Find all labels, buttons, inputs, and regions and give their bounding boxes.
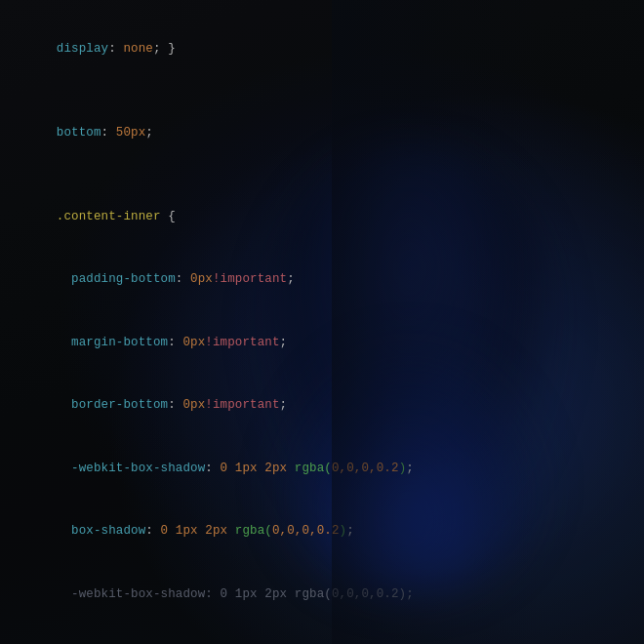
code-line-9: -webkit-box-shadow: 0 1px 2px rgba(0,0,0… (0, 437, 644, 501)
code-line-3: bottom: 50px; (0, 101, 644, 165)
code-line-11: -webkit-box-shadow: 0 1px 2px rgba(0,0,0… (0, 563, 644, 626)
code-line-blank-2 (0, 165, 644, 186)
code-line-1: display: none; } (0, 18, 644, 81)
code-line-6: padding-bottom: 0px!important; (0, 249, 644, 312)
code-line-5: .content-inner { (0, 185, 644, 249)
code-line-7: margin-bottom: 0px!important; (0, 311, 644, 375)
code-line-12: box-shadow: 0 1px 2px rgba(0,0,0,0.2); (0, 626, 644, 645)
screen: display: none; } bottom: 50px; .content-… (0, 0, 644, 644)
code-line-blank-1 (0, 81, 644, 102)
code-area: display: none; } bottom: 50px; .content-… (0, 0, 644, 644)
code-line-8: border-bottom: 0px!important; (0, 375, 644, 438)
code-line-10: box-shadow: 0 1px 2px rgba(0,0,0,0.2); (0, 501, 644, 564)
